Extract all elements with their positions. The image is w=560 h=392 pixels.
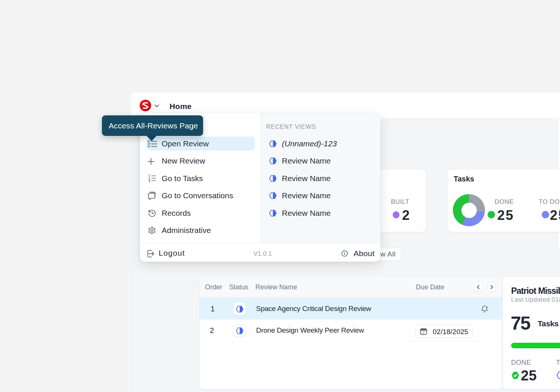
svg-text:3: 3	[149, 180, 150, 183]
